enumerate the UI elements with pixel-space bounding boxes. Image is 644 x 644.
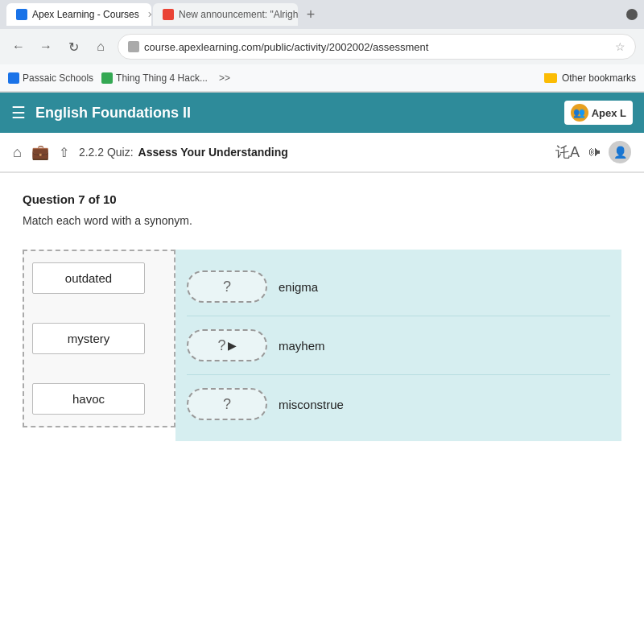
apex-logo-label: Apex L bbox=[592, 107, 626, 119]
words-column: outdated mystery havoc bbox=[23, 250, 175, 427]
matching-area: outdated mystery havoc ? enigma ? ▶ bbox=[23, 250, 621, 441]
cursor-icon: ▶ bbox=[228, 339, 237, 352]
app-title: English Foundations II bbox=[35, 105, 555, 122]
other-bookmarks-label: Other bookmarks bbox=[562, 72, 636, 84]
match-row-mayhem: ? ▶ mayhem bbox=[187, 316, 610, 375]
bookmark-star-icon[interactable]: ☆ bbox=[615, 40, 625, 53]
forward-button[interactable]: → bbox=[35, 36, 56, 57]
sub-header-right: 讬A 🕪 👤 bbox=[555, 141, 631, 163]
bookmark-passaic-label: Passaic Schools bbox=[23, 72, 93, 84]
refresh-button[interactable]: ↻ bbox=[63, 36, 84, 57]
bookmark-thing[interactable]: Thing Thing 4 Hack... bbox=[101, 72, 208, 84]
gmail-tab-icon bbox=[163, 9, 174, 20]
home-nav-icon[interactable]: ⌂ bbox=[13, 144, 22, 161]
bookmarks-more[interactable]: >> bbox=[219, 72, 230, 84]
answer-placeholder-misconstrue: ? bbox=[223, 396, 231, 413]
hamburger-menu[interactable]: ☰ bbox=[11, 103, 26, 122]
answer-slot-misconstrue[interactable]: ? bbox=[187, 388, 267, 420]
thing-icon bbox=[101, 72, 113, 84]
main-content: Question 7 of 10 Match each word with a … bbox=[0, 173, 644, 460]
synonyms-column: ? enigma ? ▶ mayhem ? misconstrue bbox=[175, 250, 621, 441]
synonym-mayhem: mayhem bbox=[279, 339, 325, 353]
apex-tab-icon bbox=[16, 9, 27, 20]
address-box[interactable]: course.apexlearning.com/public/activity/… bbox=[118, 34, 636, 60]
home-button[interactable]: ⌂ bbox=[90, 36, 111, 57]
word-box-outdated[interactable]: outdated bbox=[32, 262, 145, 294]
answer-placeholder-mayhem: ? bbox=[217, 337, 225, 354]
word-label-mystery: mystery bbox=[68, 332, 110, 345]
answer-placeholder-enigma: ? bbox=[223, 279, 231, 295]
question-text: Match each word with a synonym. bbox=[23, 214, 621, 227]
word-box-mystery[interactable]: mystery bbox=[32, 323, 145, 354]
tab-gmail[interactable]: New announcement: "Alright ... ✕ bbox=[153, 3, 298, 26]
tab-apex-label: Apex Learning - Courses bbox=[32, 9, 139, 20]
user-avatar[interactable]: 👤 bbox=[609, 141, 631, 163]
word-box-havoc[interactable]: havoc bbox=[32, 383, 145, 415]
match-row-enigma: ? enigma bbox=[187, 258, 610, 316]
bookmarks-bar: Passaic Schools Thing Thing 4 Hack... >>… bbox=[0, 64, 644, 92]
breadcrumb: 2.2.2 Quiz: Assess Your Understanding bbox=[79, 146, 546, 159]
new-tab-button[interactable]: + bbox=[299, 3, 322, 26]
tab-bar: Apex Learning - Courses ✕ New announceme… bbox=[0, 0, 644, 29]
breadcrumb-title: Assess Your Understanding bbox=[138, 146, 288, 159]
back-button[interactable]: ← bbox=[8, 36, 29, 57]
address-bar-row: ← → ↻ ⌂ course.apexlearning.com/public/a… bbox=[0, 29, 644, 64]
browser-chrome: Apex Learning - Courses ✕ New announceme… bbox=[0, 0, 644, 93]
apex-logo: 👥 Apex L bbox=[564, 101, 633, 125]
apex-logo-icon: 👥 bbox=[571, 104, 588, 122]
browser-menu-dot[interactable] bbox=[626, 9, 638, 20]
question-number: Question 7 of 10 bbox=[23, 192, 621, 206]
audio-icon[interactable]: 🕪 bbox=[588, 145, 601, 159]
bookmark-passaic[interactable]: Passaic Schools bbox=[8, 72, 93, 84]
translate-icon[interactable]: 讬A bbox=[555, 142, 580, 162]
synonym-enigma: enigma bbox=[279, 280, 318, 294]
answer-slot-mayhem[interactable]: ? ▶ bbox=[187, 329, 267, 361]
bookmarks-right: Other bookmarks bbox=[544, 72, 636, 84]
address-text: course.apexlearning.com/public/activity/… bbox=[144, 41, 428, 53]
page-security-icon bbox=[128, 41, 139, 52]
tab-apex-close[interactable]: ✕ bbox=[147, 10, 151, 20]
bookmark-thing-label: Thing Thing 4 Hack... bbox=[116, 72, 208, 84]
match-row-misconstrue: ? misconstrue bbox=[187, 375, 610, 433]
breadcrumb-up-arrow: ⇧ bbox=[59, 145, 69, 160]
app-header: ☰ English Foundations II 👥 Apex L bbox=[0, 93, 644, 133]
synonym-misconstrue: misconstrue bbox=[279, 398, 344, 411]
word-label-outdated: outdated bbox=[65, 271, 112, 285]
answer-slot-enigma[interactable]: ? bbox=[187, 270, 267, 303]
folder-icon bbox=[544, 73, 557, 83]
word-label-havoc: havoc bbox=[72, 392, 105, 406]
tab-apex[interactable]: Apex Learning - Courses ✕ bbox=[6, 3, 151, 26]
passaic-icon bbox=[8, 72, 19, 84]
briefcase-icon[interactable]: 💼 bbox=[31, 143, 49, 161]
breadcrumb-prefix: 2.2.2 Quiz: bbox=[79, 146, 134, 159]
sub-header: ⌂ 💼 ⇧ 2.2.2 Quiz: Assess Your Understand… bbox=[0, 133, 644, 173]
tab-gmail-label: New announcement: "Alright ... bbox=[179, 9, 298, 20]
